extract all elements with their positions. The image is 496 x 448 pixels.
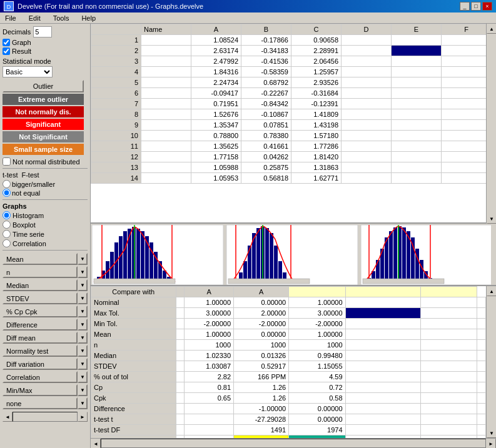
stats-v1: 1.00000 [185, 297, 234, 308]
stats-row-label: Mean [91, 329, 176, 340]
left-scrollbar: ◄ ► [3, 412, 88, 422]
table-cell [342, 120, 392, 131]
not-normal-checkbox[interactable] [3, 157, 11, 166]
hscroll-right-btn[interactable]: ► [486, 439, 496, 448]
table-row: 91.353470.078511.43198 [91, 120, 487, 131]
scroll-down-btn[interactable]: ▼ [487, 214, 496, 224]
difference-arrow[interactable]: ▼ [78, 319, 88, 331]
table-cell: 2.93526 [291, 77, 342, 88]
menu-bar: File Edit Tools Help [0, 12, 496, 24]
normality-arrow[interactable]: ▼ [78, 345, 88, 357]
table-cell [442, 99, 487, 109]
stats-extra1 [345, 382, 420, 393]
stats-v2: 2.00000 [234, 308, 289, 319]
table-cell: -0.58359 [241, 67, 291, 77]
stats-extra1 [345, 340, 420, 351]
median-arrow[interactable]: ▼ [78, 279, 88, 291]
decimals-input[interactable]: 5 [33, 26, 52, 37]
col-header-B: B [241, 24, 291, 35]
stats-v1: 0.65 [185, 393, 234, 404]
table-cell [141, 56, 191, 67]
stats-v3: 0.58 [289, 393, 345, 404]
window-icon: D [4, 1, 14, 11]
graph-checkbox[interactable] [3, 39, 10, 46]
stats-table-container[interactable]: Compare with A A Nominal1.000000.000001.… [91, 286, 486, 438]
svg-rect-50 [393, 227, 397, 282]
stats-v2: 1491 [234, 425, 289, 436]
mean-label: Mean [3, 253, 78, 265]
table-cell: 1.57180 [291, 131, 342, 141]
scroll-left-btn[interactable]: ◄ [3, 412, 13, 422]
stats-v1: 1.02330 [185, 351, 234, 361]
stats-v3: 0.99480 [289, 351, 345, 361]
not-normal-label: Not normal distributed [13, 158, 80, 166]
scroll-down-stats-btn[interactable]: ▼ [487, 428, 496, 438]
none-arrow[interactable]: ▼ [78, 397, 88, 409]
radio-correlation[interactable] [3, 239, 11, 247]
stats-extra3 [477, 329, 486, 340]
n-arrow[interactable]: ▼ [78, 266, 88, 278]
minimize-button[interactable]: _ [460, 2, 470, 11]
menu-edit[interactable]: Edit [26, 14, 43, 22]
table-cell [342, 131, 392, 141]
close-button[interactable]: × [482, 2, 492, 11]
menu-help[interactable]: Help [79, 14, 98, 22]
table-cell: -0.17866 [241, 35, 291, 46]
diff-mean-label: Diff mean [3, 332, 78, 344]
correlation-dropdown-row: Correlation ▼ [3, 371, 88, 383]
table-cell: 0.04262 [241, 152, 291, 162]
stats-row: Nominal1.000000.000001.00000 [91, 297, 486, 308]
scroll-right-btn[interactable]: ► [78, 412, 88, 422]
median-label: Median [3, 279, 78, 291]
stats-extra2 [421, 351, 477, 361]
stats-v1 [185, 425, 234, 436]
stats-extra1 [345, 404, 420, 414]
mean-arrow[interactable]: ▼ [78, 253, 88, 265]
table-cell [141, 120, 191, 131]
stdev-arrow[interactable]: ▼ [78, 292, 88, 304]
radio-bigger-smaller[interactable] [3, 180, 11, 188]
difference-dropdown-row: Difference ▼ [3, 319, 88, 331]
table-cell: 10 [91, 131, 141, 141]
menu-file[interactable]: File [3, 14, 19, 22]
radio-time-serie[interactable] [3, 230, 11, 238]
col-header-C: C [291, 24, 342, 35]
stats-extra3 [477, 319, 486, 329]
menu-tools[interactable]: Tools [51, 14, 72, 22]
correlation-label: Correlation [13, 240, 46, 247]
median-dropdown-row: Median ▼ [3, 279, 88, 291]
result-checkbox[interactable] [3, 47, 10, 55]
radio-boxplot[interactable] [3, 221, 11, 229]
table-cell: 13 [91, 162, 141, 173]
table-cell [342, 141, 392, 152]
table-cell [342, 162, 392, 173]
stats-extra3 [477, 297, 486, 308]
data-table-container[interactable]: Name A B C D E F G 11.08524-0.178660.906… [91, 24, 486, 224]
radio-histogram[interactable] [3, 211, 11, 219]
stats-extra2 [421, 319, 477, 329]
table-cell: 1.05953 [191, 173, 241, 184]
table-cell: 1.84316 [191, 67, 241, 77]
graph-checkbox-row: Graph [3, 39, 88, 46]
table-cell [141, 141, 191, 152]
table-cell [392, 152, 442, 162]
radio-not-equal[interactable] [3, 189, 11, 197]
maximize-button[interactable]: □ [471, 2, 481, 11]
stats-extra2 [421, 404, 477, 414]
diff-variation-dropdown-row: Diff variation ▼ [3, 358, 88, 370]
hscroll-left-btn[interactable]: ◄ [91, 439, 101, 448]
stat-mode-select[interactable]: Basic [3, 66, 53, 77]
stats-row-label: STDEV [91, 361, 176, 372]
outlier-button[interactable]: Outlier [3, 80, 84, 92]
table-cell [392, 46, 442, 56]
none-dropdown-row: none ▼ [3, 397, 88, 409]
scroll-up-btn[interactable]: ▲ [487, 24, 496, 34]
stats-v1: 3.00000 [185, 308, 234, 319]
cpk-arrow[interactable]: ▼ [78, 306, 88, 317]
diff-variation-arrow[interactable]: ▼ [78, 358, 88, 370]
minmax-arrow[interactable]: ▼ [78, 384, 88, 396]
scroll-up-stats-btn[interactable]: ▲ [487, 286, 496, 296]
stats-v2: 1.26 [234, 393, 289, 404]
diff-mean-arrow[interactable]: ▼ [78, 332, 88, 344]
correlation-arrow[interactable]: ▼ [78, 371, 88, 383]
